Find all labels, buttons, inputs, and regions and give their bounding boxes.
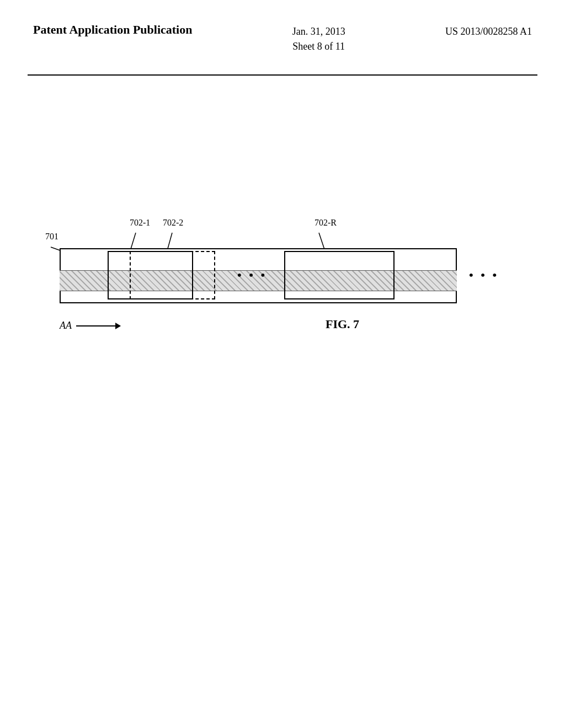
- patent-application-label: Patent Application Publication: [33, 22, 192, 38]
- inner-box-702-r: [284, 251, 395, 299]
- label-702-r: 702-R: [315, 218, 337, 228]
- header-sheet: Sheet 8 of 11: [292, 41, 345, 52]
- dots-middle: • • •: [237, 268, 267, 282]
- inner-box-702-2-dashed: [130, 251, 215, 299]
- figure-7-label: FIG. 7: [326, 317, 359, 331]
- label-701: 701: [45, 232, 58, 242]
- dots-right: • • •: [469, 268, 499, 282]
- header-divider: [28, 74, 537, 76]
- header-date-sheet: Jan. 31, 2013 Sheet 8 of 11: [292, 22, 345, 54]
- label-702-2: 702-2: [163, 218, 183, 228]
- arrow-aa-area: AA: [60, 320, 120, 331]
- arrow-aa-label: AA: [60, 320, 72, 331]
- patent-number: US 2013/0028258 A1: [445, 22, 532, 39]
- label-702-1: 702-1: [130, 218, 150, 228]
- arrow-aa-line: [76, 325, 120, 326]
- header-date: Jan. 31, 2013: [292, 26, 345, 37]
